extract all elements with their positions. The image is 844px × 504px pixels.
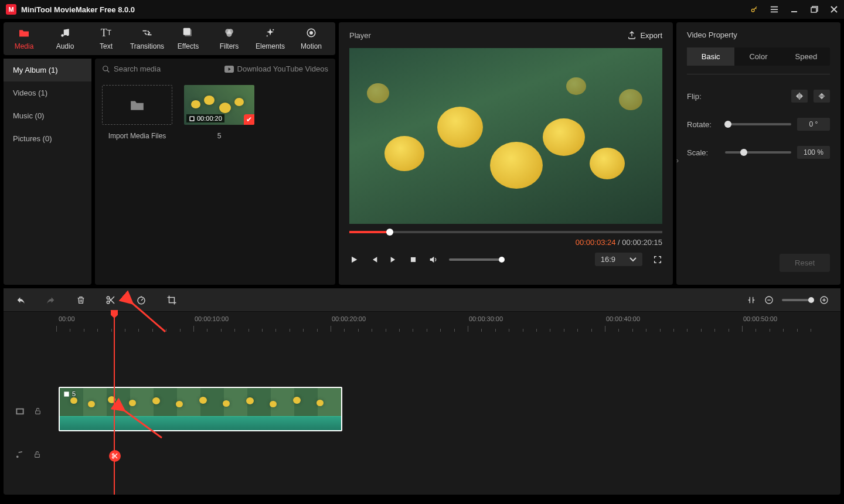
sidebar-item-album[interactable]: My Album (1) — [4, 59, 91, 81]
sidebar-item-pictures[interactable]: Pictures (0) — [4, 127, 91, 150]
delete-button[interactable] — [76, 295, 86, 305]
rotate-slider[interactable] — [725, 123, 791, 125]
music-note-icon — [60, 27, 70, 39]
split-button[interactable] — [106, 295, 116, 305]
preview-viewport — [349, 48, 662, 224]
media-clip-tile[interactable]: 00:00:20 ✔ 5 — [184, 85, 254, 140]
aspect-ratio-select[interactable]: 16:9 — [595, 253, 642, 266]
tab-transitions[interactable]: Transitions — [127, 27, 168, 50]
youtube-icon — [224, 66, 234, 73]
window-close[interactable] — [830, 5, 838, 13]
tab-elements[interactable]: Elements — [250, 27, 291, 50]
svg-point-6 — [227, 32, 232, 37]
volume-button[interactable] — [428, 255, 438, 264]
svg-rect-29 — [64, 391, 69, 396]
flip-horizontal-button[interactable] — [791, 90, 808, 103]
timeline-fit-button[interactable] — [747, 295, 756, 305]
svg-rect-3 — [183, 28, 190, 35]
sidebar-item-videos[interactable]: Videos (1) — [4, 81, 91, 104]
play-button[interactable] — [349, 255, 359, 264]
ruler-mark: 00:00:20:00 — [332, 315, 366, 322]
search-icon — [102, 65, 110, 73]
sidebar-item-music[interactable]: Music (0) — [4, 104, 91, 127]
progress-handle[interactable] — [386, 229, 393, 236]
redo-button[interactable] — [46, 295, 56, 305]
hamburger-icon[interactable] — [770, 5, 778, 13]
progress-fill — [349, 231, 390, 233]
scale-slider[interactable] — [725, 151, 791, 154]
svg-rect-14 — [190, 117, 194, 120]
filters-icon — [223, 27, 235, 39]
window-maximize[interactable] — [810, 5, 818, 13]
export-button[interactable]: Export — [627, 30, 662, 40]
stop-button[interactable] — [409, 256, 417, 264]
total-time: 00:00:20:15 — [622, 238, 662, 247]
slider-handle[interactable] — [724, 121, 731, 128]
prev-frame-button[interactable] — [369, 255, 379, 264]
scale-label: Scale: — [687, 148, 719, 157]
rotate-value[interactable]: 0 ° — [797, 118, 830, 131]
sparkle-icon — [265, 27, 275, 39]
tab-label: Transitions — [130, 42, 164, 50]
player-title: Player — [349, 31, 371, 40]
search-placeholder: Search media — [114, 64, 161, 73]
tab-audio[interactable]: Audio — [45, 27, 86, 50]
timeline-clip[interactable]: 5 — [59, 387, 342, 431]
slider-handle[interactable] — [740, 149, 747, 156]
app-logo: M — [6, 4, 16, 15]
svg-point-11 — [103, 66, 108, 70]
tab-effects[interactable]: Effects — [168, 27, 209, 50]
svg-rect-27 — [36, 411, 40, 414]
prop-tab-color[interactable]: Color — [734, 47, 782, 66]
tab-label: Elements — [256, 42, 285, 50]
svg-line-32 — [131, 302, 165, 332]
lock-icon[interactable] — [33, 450, 41, 459]
fullscreen-button[interactable] — [653, 255, 662, 264]
tab-motion[interactable]: Motion — [291, 27, 332, 50]
download-youtube-link[interactable]: Download YouTube Videos — [224, 64, 328, 73]
app-title: MiniTool MovieMaker Free 8.0.0 — [21, 5, 135, 14]
key-icon[interactable] — [750, 5, 758, 13]
svg-rect-1 — [811, 8, 816, 12]
tab-text[interactable]: TT Text — [86, 27, 127, 50]
playback-progress[interactable] — [349, 231, 662, 233]
reset-button[interactable]: Reset — [780, 254, 830, 272]
import-media-tile[interactable]: Import Media Files — [102, 85, 172, 140]
property-tabs: Basic Color Speed — [687, 47, 830, 66]
aspect-ratio-value: 16:9 — [601, 255, 615, 264]
chevron-right-icon: › — [676, 152, 679, 169]
split-indicator-icon[interactable] — [109, 450, 121, 462]
prop-tab-basic[interactable]: Basic — [687, 47, 734, 66]
svg-rect-28 — [35, 454, 40, 457]
ruler-mark: 00:00:30:00 — [469, 315, 503, 322]
zoom-slider[interactable] — [782, 299, 811, 301]
prop-tab-speed[interactable]: Speed — [782, 47, 830, 66]
title-bar: M MiniTool MovieMaker Free 8.0.0 — [0, 0, 844, 19]
ruler-mark: 00:00:50:00 — [743, 315, 777, 322]
svg-point-0 — [751, 9, 754, 12]
audio-track-icon[interactable] — [15, 450, 24, 459]
zoom-handle[interactable] — [808, 297, 814, 303]
tab-label: Effects — [178, 42, 199, 50]
undo-button[interactable] — [15, 295, 26, 305]
video-track-icon[interactable] — [15, 407, 25, 416]
timeline-panel: 00:00 00:00:10:00 00:00:20:00 00:00:30:0… — [4, 288, 840, 495]
zoom-in-button[interactable] — [819, 295, 829, 305]
flip-vertical-button[interactable] — [814, 90, 830, 103]
annotation-arrow — [115, 403, 168, 444]
zoom-out-button[interactable] — [764, 295, 774, 305]
tab-filters[interactable]: Filters — [209, 27, 250, 50]
svg-rect-15 — [411, 257, 416, 261]
motion-icon — [306, 27, 316, 39]
volume-slider[interactable] — [449, 258, 502, 261]
lock-icon[interactable] — [34, 407, 42, 416]
window-minimize[interactable] — [790, 5, 798, 13]
volume-handle[interactable] — [499, 257, 505, 263]
tab-media[interactable]: Media — [4, 27, 45, 50]
next-frame-button[interactable] — [389, 255, 399, 264]
search-input[interactable]: Search media — [102, 64, 219, 73]
scale-value[interactable]: 100 % — [797, 146, 830, 159]
export-label: Export — [640, 31, 662, 40]
panel-collapse-handle[interactable]: › — [676, 45, 679, 277]
svg-point-8 — [267, 35, 268, 36]
